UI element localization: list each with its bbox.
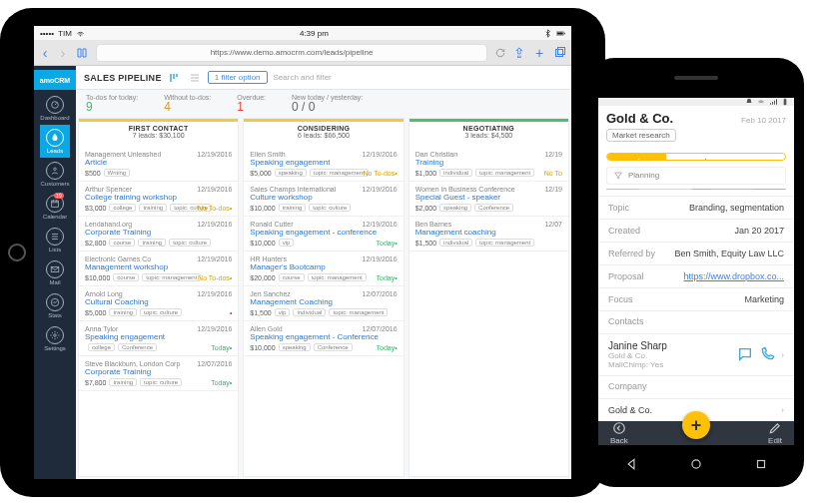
lead-card[interactable]: Steve Blackburn, London CorpCorporate Tr…: [79, 356, 238, 391]
lead-card[interactable]: Anna TylorSpeaking engagementcollegeConf…: [79, 321, 238, 356]
back-button[interactable]: Back: [610, 421, 628, 445]
tag[interactable]: Conference: [118, 343, 157, 351]
edit-button[interactable]: Edit: [768, 421, 782, 445]
sidebar-item-lists[interactable]: Lists: [40, 224, 69, 256]
tab-due[interactable]: Due: [726, 154, 785, 160]
tag[interactable]: topic: management: [308, 273, 367, 281]
lead-card[interactable]: Electronic Games CoManagement workshop$1…: [79, 252, 238, 286]
tag[interactable]: training: [139, 204, 167, 212]
card-person: Dan Christian: [415, 151, 562, 158]
field-row[interactable]: Referred byBen Smith, Equity Law LLC: [598, 243, 794, 265]
tag[interactable]: course: [279, 273, 305, 281]
forward-button[interactable]: ›: [58, 45, 68, 61]
tag[interactable]: individual: [439, 239, 472, 247]
tag[interactable]: college: [88, 343, 115, 351]
contact-row[interactable]: Janine Sharp Gold & Co. MailChimp: Yes ›: [598, 334, 794, 376]
url-bar[interactable]: https://www.demo.amocrm.com/leads/pipeli…: [96, 44, 487, 62]
lead-card[interactable]: Arthur SpencerCollege training workshop$…: [79, 182, 238, 217]
tag[interactable]: training: [279, 204, 307, 212]
card-title: Speaking engagement: [250, 158, 397, 167]
tag[interactable]: speaking: [439, 204, 471, 212]
sidebar-item-dashboard[interactable]: Dashboard: [40, 92, 69, 125]
lead-card[interactable]: Sales Champs InternationalCulture worksh…: [244, 182, 403, 217]
field-value[interactable]: https://www.dropbox.co...: [683, 271, 784, 281]
signal-dots: •••••: [40, 29, 54, 38]
back-button[interactable]: ‹: [40, 45, 50, 61]
call-icon[interactable]: [759, 346, 775, 364]
tag[interactable]: topic: culture: [140, 378, 182, 386]
sidebar-item-mail[interactable]: Mail: [40, 256, 69, 289]
tag[interactable]: topic: management: [329, 308, 388, 316]
tag[interactable]: vip: [275, 308, 291, 316]
sidebar-item-settings[interactable]: Settings: [40, 322, 69, 355]
lead-card[interactable]: Ronald CutterSpeaking engagement - confe…: [244, 217, 403, 252]
nav-home-icon[interactable]: [689, 457, 703, 471]
tablet-home-button[interactable]: [8, 244, 26, 261]
tag[interactable]: topic: culture: [140, 308, 182, 316]
card-status: Today•: [377, 240, 398, 247]
lead-card[interactable]: Women in Business ConferenceSpecial Gues…: [410, 182, 568, 217]
tab-info[interactable]: Info: [607, 154, 666, 160]
tag[interactable]: topic: culture: [309, 204, 351, 212]
search-input[interactable]: Search and filter: [274, 73, 332, 82]
phone-frame: Gold & Co. Feb 10 2017 Market research I…: [588, 58, 804, 487]
tab-feed[interactable]: Feed: [666, 154, 725, 160]
nav-back-icon[interactable]: [624, 457, 638, 471]
card-title: Cultural Coaching: [85, 297, 232, 306]
tag[interactable]: college: [109, 204, 136, 212]
card-title: Corporate Training: [85, 228, 232, 237]
tag[interactable]: speaking: [275, 169, 307, 177]
fab-add-button[interactable]: +: [682, 411, 710, 439]
lead-card[interactable]: Allen GoldSpeaking engagement - Conferen…: [244, 321, 403, 356]
list-view-icon[interactable]: [188, 71, 202, 85]
tag[interactable]: individual: [439, 169, 472, 177]
tag[interactable]: individual: [293, 308, 326, 316]
tag[interactable]: vip: [279, 239, 295, 247]
lead-card[interactable]: Ellen SmithSpeaking engagement$5,000spea…: [244, 147, 403, 182]
sidebar-item-stats[interactable]: Stats: [40, 289, 69, 322]
filter-chip[interactable]: 1 filter option: [208, 71, 268, 84]
card-date: 12/19/2016: [197, 325, 232, 332]
tag[interactable]: Conference: [474, 204, 513, 212]
sidebar-item-customers[interactable]: Customers: [40, 158, 69, 191]
tag[interactable]: speaking: [279, 343, 311, 351]
card-status: Today•: [377, 274, 398, 281]
share-icon[interactable]: ⇪: [513, 45, 525, 61]
tag[interactable]: topic: culture: [169, 239, 211, 247]
sidebar-item-leads[interactable]: Leads: [40, 125, 69, 158]
tag[interactable]: training: [109, 378, 137, 386]
field-row[interactable]: TopicBranding, segmentation: [598, 197, 794, 220]
pipeline-view-icon[interactable]: [168, 71, 182, 85]
field-row[interactable]: FocusMarketing: [598, 288, 794, 311]
tag[interactable]: topic: management: [142, 273, 201, 281]
sidebar-item-label: Settings: [40, 345, 69, 351]
lead-card[interactable]: Ben BarnesManagement coaching$1,500indiv…: [410, 217, 568, 252]
bookmarks-icon[interactable]: [76, 47, 88, 59]
tabs-icon[interactable]: [553, 47, 565, 59]
lead-card[interactable]: HR HuntersManager's Bootcamp$20,000cours…: [244, 252, 403, 286]
tag[interactable]: Conference: [314, 343, 353, 351]
lead-card[interactable]: Management UnleashedArticle$500Writing12…: [79, 147, 238, 182]
sidebar-item-calendar[interactable]: Calendar19: [40, 191, 69, 224]
due-indicator-icon: [762, 160, 770, 161]
nav-recent-icon[interactable]: [754, 457, 768, 471]
field-row[interactable]: Proposalhttps://www.dropbox.co...: [598, 265, 794, 288]
tag[interactable]: course: [113, 273, 139, 281]
lead-card[interactable]: Jen SanchezManagement Coaching$1,500vipi…: [244, 286, 403, 321]
lead-card[interactable]: Lendahand.orgCorporate Training$2,800cou…: [79, 217, 238, 252]
chat-icon[interactable]: [737, 346, 753, 364]
tag[interactable]: course: [109, 239, 135, 247]
new-tab-icon[interactable]: +: [533, 45, 545, 61]
tag[interactable]: Writing: [104, 169, 131, 177]
lead-card[interactable]: Arnold LongCultural Coaching$5,000traini…: [79, 286, 238, 321]
tag[interactable]: topic: management: [310, 169, 369, 177]
planning-selector[interactable]: Planning: [606, 167, 786, 185]
pipeline-stage-chip[interactable]: Market research: [606, 129, 676, 142]
tag[interactable]: training: [138, 239, 166, 247]
tag[interactable]: topic: management: [475, 169, 534, 177]
field-row[interactable]: CreatedJan 20 2017: [598, 220, 794, 243]
tag[interactable]: topic: management: [475, 239, 534, 247]
reload-icon[interactable]: [495, 48, 505, 58]
tag[interactable]: training: [109, 308, 137, 316]
lead-card[interactable]: Dan ChristianTraining$1,000individualtop…: [410, 147, 568, 182]
